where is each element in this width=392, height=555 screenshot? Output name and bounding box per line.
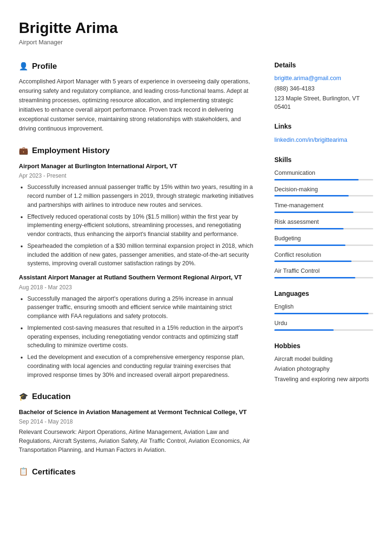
links-title: Links (274, 122, 373, 131)
skill-item: Communication (274, 169, 373, 180)
language-bar-bg (274, 313, 373, 314)
job-bullet: Successfully increased annual passenger … (27, 183, 256, 209)
profile-text: Accomplished Airport Manager with 5 year… (19, 77, 256, 133)
right-column: Details brigitte.arima@gmail.com (888) 3… (274, 60, 373, 489)
linkedin-link[interactable]: linkedin.com/in/brigittearima (274, 137, 347, 143)
language-label: English (274, 302, 373, 311)
skill-bar-fill (274, 261, 352, 262)
skill-item: Conflict resolution (274, 251, 373, 262)
skill-item: Budgeting (274, 234, 373, 246)
profile-section-title: 👤 Profile (19, 60, 256, 73)
hobbies-list: Aircraft model buildingAviation photogra… (274, 355, 373, 384)
language-bar-fill (274, 329, 334, 331)
skill-bar-fill (274, 228, 344, 229)
job-item: Airport Manager at Burlington Internatio… (19, 162, 256, 268)
resume-page: Brigitte Arima Airport Manager 👤 Profile… (0, 0, 392, 555)
job-bullet: Successfully managed the airport's opera… (27, 294, 256, 321)
language-label: Urdu (274, 319, 373, 328)
hobby-item: Aviation photography (274, 365, 373, 374)
job-title-1: Airport Manager at Burlington Internatio… (19, 162, 256, 171)
education-section: 🎓 Education Bachelor of Science in Aviat… (19, 391, 256, 454)
left-column: 👤 Profile Accomplished Airport Manager w… (19, 60, 256, 489)
skill-item: Risk assessment (274, 218, 373, 229)
education-section-title: 🎓 Education (19, 391, 256, 403)
profile-icon: 👤 (19, 61, 28, 72)
skill-bar-fill (274, 212, 353, 213)
skill-item: Decision-making (274, 185, 373, 197)
skill-bar-bg (274, 277, 373, 278)
language-item: Urdu (274, 319, 373, 331)
skill-bar-bg (274, 228, 373, 229)
skill-item: Time-management (274, 201, 373, 213)
skill-bar-bg (274, 179, 373, 180)
address-text: 123 Maple Street, Burlington, VT 05401 (274, 95, 373, 111)
edu-title: Bachelor of Science in Aviation Manageme… (19, 408, 256, 417)
job-dates-2: Aug 2018 - Mar 2023 (19, 283, 256, 292)
details-title: Details (274, 60, 373, 70)
skill-label: Conflict resolution (274, 251, 373, 260)
certificates-section: 📋 Certificates (19, 466, 256, 478)
edu-text: Relevant Coursework: Airport Operations,… (19, 428, 256, 454)
language-item: English (274, 302, 373, 314)
profile-section: 👤 Profile Accomplished Airport Manager w… (19, 60, 256, 134)
languages-list: English Urdu (274, 302, 373, 331)
skills-section: Skills Communication Decision-making Tim… (274, 155, 373, 278)
skill-label: Risk assessment (274, 218, 373, 227)
job-bullet: Led the development and execution of a c… (27, 353, 256, 379)
job-bullets-1: Successfully increased annual passenger … (19, 183, 256, 268)
employment-icon: 💼 (19, 145, 28, 156)
skill-label: Decision-making (274, 185, 373, 194)
language-bar-fill (274, 313, 368, 314)
details-section: Details brigitte.arima@gmail.com (888) 3… (274, 60, 373, 111)
education-item: Bachelor of Science in Aviation Manageme… (19, 408, 256, 455)
job-bullet: Effectively reduced operational costs by… (27, 212, 256, 239)
skill-bar-fill (274, 179, 359, 180)
header: Brigitte Arima Airport Manager (19, 19, 373, 47)
skill-bar-fill (274, 245, 345, 246)
job-bullet: Implemented cost-saving measures that re… (27, 324, 256, 350)
skill-bar-fill (274, 277, 355, 278)
employment-section-title: 💼 Employment History (19, 145, 256, 157)
job-item: Assistant Airport Manager at Rutland Sou… (19, 273, 256, 379)
certificates-section-title: 📋 Certificates (19, 466, 256, 478)
main-layout: 👤 Profile Accomplished Airport Manager w… (19, 60, 373, 489)
skill-bar-bg (274, 245, 373, 246)
candidate-name: Brigitte Arima (19, 19, 373, 37)
language-bar-bg (274, 329, 373, 331)
hobbies-title: Hobbies (274, 341, 373, 351)
skills-title: Skills (274, 155, 373, 165)
skill-label: Budgeting (274, 234, 373, 243)
employment-section: 💼 Employment History Airport Manager at … (19, 145, 256, 379)
skill-bar-bg (274, 212, 373, 213)
job-title-2: Assistant Airport Manager at Rutland Sou… (19, 273, 256, 282)
phone-text: (888) 346-4183 (274, 85, 373, 93)
hobby-item: Aircraft model building (274, 355, 373, 364)
skill-label: Air Traffic Control (274, 267, 373, 276)
job-bullets-2: Successfully managed the airport's opera… (19, 294, 256, 380)
certificates-icon: 📋 (19, 466, 28, 477)
skill-bar-fill (274, 195, 349, 196)
job-bullet: Spearheaded the completion of a $30 mill… (27, 242, 256, 268)
hobbies-section: Hobbies Aircraft model buildingAviation … (274, 341, 373, 384)
skill-item: Air Traffic Control (274, 267, 373, 278)
hobby-item: Traveling and exploring new airports (274, 375, 373, 384)
skills-list: Communication Decision-making Time-manag… (274, 169, 373, 278)
languages-section: Languages English Urdu (274, 289, 373, 331)
education-icon: 🎓 (19, 391, 28, 402)
edu-dates: Sep 2014 - May 2018 (19, 417, 256, 426)
candidate-title: Airport Manager (19, 38, 373, 47)
skill-label: Communication (274, 169, 373, 178)
skill-label: Time-management (274, 201, 373, 210)
skill-bar-bg (274, 261, 373, 262)
links-section: Links linkedin.com/in/brigittearima (274, 122, 373, 145)
job-dates-1: Apr 2023 - Present (19, 171, 256, 180)
email-link[interactable]: brigitte.arima@gmail.com (274, 74, 373, 83)
skill-bar-bg (274, 195, 373, 196)
languages-title: Languages (274, 289, 373, 299)
